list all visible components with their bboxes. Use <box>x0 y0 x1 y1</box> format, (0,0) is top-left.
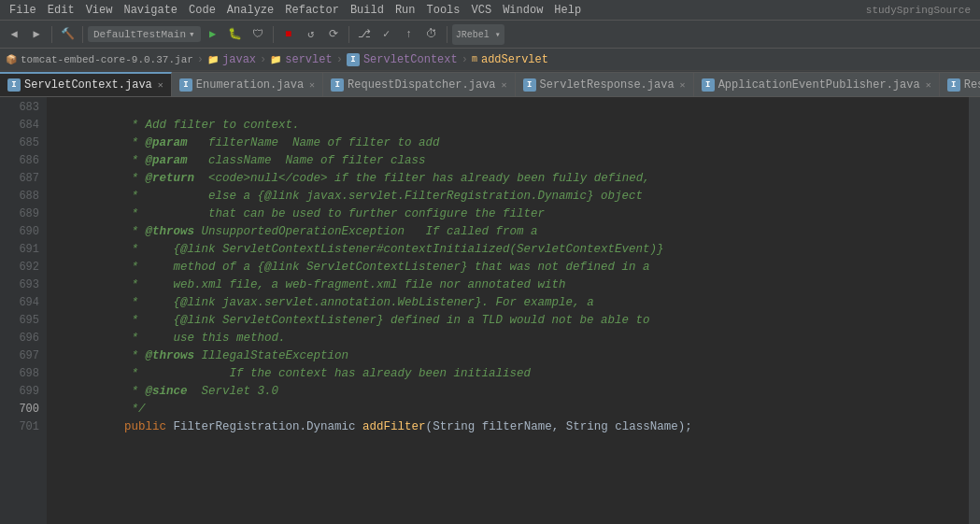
editor-container: 683 684 685 686 687 688 689 690 691 692 … <box>0 97 980 524</box>
toolbar-commit-btn[interactable]: ✓ <box>376 24 397 45</box>
toolbar-run-btn[interactable]: ▶ <box>203 24 223 45</box>
line-686: 686 <box>0 152 39 170</box>
menu-code[interactable]: Code <box>183 0 221 20</box>
line-696: 696 <box>0 330 39 347</box>
toolbar-git-btn[interactable]: ⎇ <box>354 24 375 45</box>
toolbar-push-btn[interactable]: ↑ <box>399 24 419 45</box>
line-699: 699 <box>0 383 39 401</box>
tab-icon-servlet-response: I <box>523 78 536 92</box>
breadcrumb-jar[interactable]: tomcat-embed-core-9.0.37.jar <box>21 54 193 65</box>
tab-label-request-dispatcher: RequestDispatcher.java <box>348 78 495 92</box>
tab-servlet-context[interactable]: I ServletContext.java ✕ <box>0 72 172 96</box>
line-690: 690 <box>0 223 39 241</box>
menu-vcs[interactable]: VCS <box>466 0 498 20</box>
toolbar-stop-btn[interactable]: ■ <box>278 24 299 45</box>
tab-label-enumeration: Enumeration.java <box>196 78 304 92</box>
breadcrumb: 📦 tomcat-embed-core-9.0.37.jar › 📁 javax… <box>0 49 980 71</box>
tab-close-request-dispatcher[interactable]: ✕ <box>502 79 507 91</box>
tab-servlet-response[interactable]: I ServletResponse.java ✕ <box>516 72 694 96</box>
line-687: 687 <box>0 170 39 188</box>
line-684: 684 <box>0 117 39 135</box>
run-config-label: DefaultTestMain <box>93 29 186 40</box>
toolbar-history-btn[interactable]: ⏱ <box>421 24 442 45</box>
breadcrumb-servlet[interactable]: servlet <box>285 53 332 66</box>
line-688: 688 <box>0 188 39 205</box>
menu-bar: File Edit View Navigate Code Analyze Ref… <box>0 0 980 21</box>
run-config-selector[interactable]: DefaultTestMain ▾ <box>88 26 201 42</box>
code-line-683: * Add filter to context. <box>54 99 969 117</box>
code-editor[interactable]: * Add filter to context. * @param filter… <box>47 97 969 524</box>
tab-label-resource-pattern: ResourcePatternResolver... <box>964 78 980 92</box>
tab-close-servlet-context[interactable]: ✕ <box>158 79 163 91</box>
menu-edit[interactable]: Edit <box>42 0 80 20</box>
breadcrumb-icon-5: m <box>472 54 477 64</box>
menu-view[interactable]: View <box>80 0 119 20</box>
menu-run[interactable]: Run <box>390 0 421 20</box>
menu-navigate[interactable]: Navigate <box>118 0 183 20</box>
tab-resource-pattern[interactable]: I ResourcePatternResolver... ✕ <box>940 72 980 96</box>
breadcrumb-icon: 📦 <box>6 54 17 65</box>
line-695: 695 <box>0 312 39 330</box>
toolbar-build-btn[interactable]: 🔨 <box>57 24 78 45</box>
toolbar-sep-1 <box>51 26 52 43</box>
tab-label-servlet-response: ServletResponse.java <box>540 78 675 92</box>
toolbar-back-btn[interactable]: ◀ <box>4 24 24 45</box>
line-700: 700 <box>0 401 39 418</box>
breadcrumb-sep-3: › <box>336 53 343 66</box>
toolbar-jrebel-btn[interactable]: JRebel ▾ <box>452 24 504 45</box>
tab-close-servlet-response[interactable]: ✕ <box>680 79 686 91</box>
menu-build[interactable]: Build <box>345 0 390 20</box>
breadcrumb-javax[interactable]: javax <box>222 53 256 66</box>
tab-icon-servlet-context: I <box>7 78 21 92</box>
toolbar-update-btn[interactable]: ⟳ <box>323 24 344 45</box>
line-693: 693 <box>0 276 39 294</box>
line-697: 697 <box>0 347 39 365</box>
tab-icon-app-event-publisher: I <box>702 78 715 92</box>
breadcrumb-icon-3: 📁 <box>270 54 281 65</box>
tab-icon-request-dispatcher: I <box>331 78 344 92</box>
menu-help[interactable]: Help <box>548 0 587 20</box>
tab-label-app-event-publisher: ApplicationEventPublisher.java <box>718 78 920 92</box>
breadcrumb-interface[interactable]: ServletContext <box>363 53 458 66</box>
toolbar-sep-3 <box>273 26 274 43</box>
toolbar-coverage-btn[interactable]: 🛡 <box>248 24 268 45</box>
line-685: 685 <box>0 135 39 152</box>
menu-tools[interactable]: Tools <box>421 0 466 20</box>
breadcrumb-icon-4: I <box>347 53 360 66</box>
breadcrumb-icon-2: 📁 <box>207 54 219 65</box>
app-title: studySpringSource <box>860 0 976 20</box>
line-691: 691 <box>0 241 39 259</box>
menu-refactor[interactable]: Refactor <box>279 0 345 20</box>
menu-window[interactable]: Window <box>497 0 548 20</box>
run-config-chevron: ▾ <box>189 28 195 40</box>
toolbar-forward-btn[interactable]: ▶ <box>26 24 47 45</box>
line-683: 683 <box>0 99 39 117</box>
tab-enumeration[interactable]: I Enumeration.java ✕ <box>172 72 323 96</box>
toolbar-sep-4 <box>348 26 349 43</box>
breadcrumb-sep-4: › <box>462 53 468 66</box>
toolbar-sep-2 <box>82 26 83 43</box>
code-line-700: public FilterRegistration.Dynamic addFil… <box>54 401 969 418</box>
tabs-bar: I ServletContext.java ✕ I Enumeration.ja… <box>0 71 980 97</box>
line-689: 689 <box>0 205 39 223</box>
breadcrumb-method[interactable]: addServlet <box>481 53 548 66</box>
tab-request-dispatcher[interactable]: I RequestDispatcher.java ✕ <box>323 72 515 96</box>
tab-label-servlet-context: ServletContext.java <box>24 78 152 92</box>
tab-app-event-publisher[interactable]: I ApplicationEventPublisher.java ✕ <box>694 72 940 96</box>
toolbar-reload-btn[interactable]: ↺ <box>301 24 321 45</box>
toolbar: ◀ ▶ 🔨 DefaultTestMain ▾ ▶ 🐛 🛡 ■ ↺ ⟳ ⎇ ✓ … <box>0 21 980 49</box>
line-698: 698 <box>0 365 39 383</box>
tab-close-enumeration[interactable]: ✕ <box>309 79 315 91</box>
line-number-gutter: 683 684 685 686 687 688 689 690 691 692 … <box>0 97 47 524</box>
toolbar-sep-5 <box>447 26 447 43</box>
tab-close-app-event-publisher[interactable]: ✕ <box>926 79 931 91</box>
tab-icon-enumeration: I <box>179 78 192 92</box>
line-694: 694 <box>0 294 39 312</box>
menu-analyze[interactable]: Analyze <box>221 0 279 20</box>
toolbar-debug-btn[interactable]: 🐛 <box>225 24 246 45</box>
tab-icon-resource-pattern: I <box>947 78 960 92</box>
line-701: 701 <box>0 418 39 436</box>
line-692: 692 <box>0 259 39 276</box>
menu-file[interactable]: File <box>4 0 42 20</box>
vertical-scrollbar[interactable] <box>969 97 980 524</box>
